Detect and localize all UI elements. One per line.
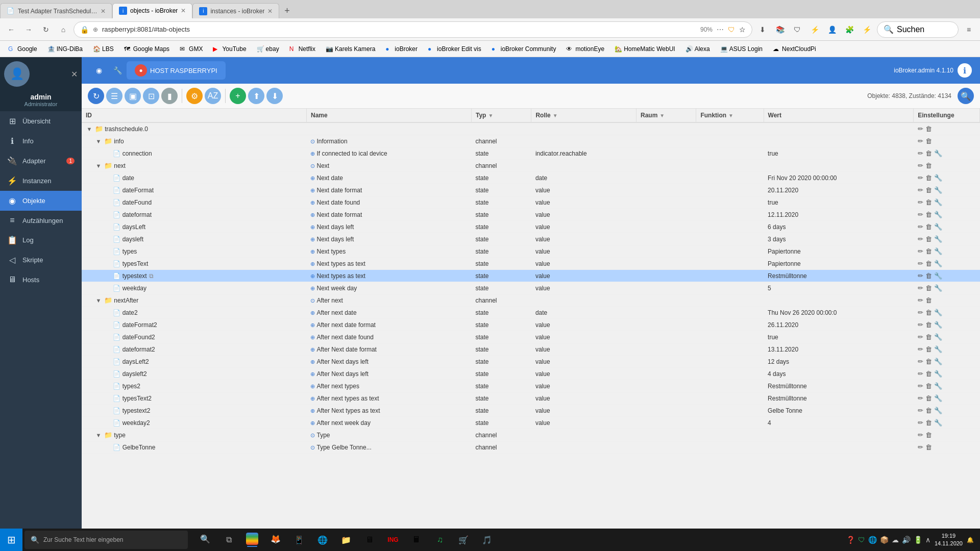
address-bar[interactable]: 🔒 ⊕ raspberrypi:8081/#tab-objects 90% ⋯ … <box>74 21 752 38</box>
tree-toggle[interactable]: ▼ <box>95 138 102 144</box>
settings-button[interactable]: 🔧 <box>934 284 942 292</box>
settings-button[interactable]: 🔧 <box>934 186 942 194</box>
rolle-filter-icon[interactable]: ▼ <box>553 113 558 118</box>
topbar-tool-icon[interactable]: 🔧 <box>108 61 127 80</box>
notification-icon[interactable]: 🔔 <box>967 537 974 543</box>
settings-button[interactable]: 🔧 <box>934 235 942 243</box>
host-button[interactable]: ● HOST RASPBERRYPI <box>127 61 226 80</box>
menu-button[interactable]: ≡ <box>962 22 976 37</box>
taskbar-edge[interactable]: 🌐 <box>311 529 334 551</box>
back-button[interactable]: ← <box>4 22 18 37</box>
sidebar-item-objekte[interactable]: ◉ Objekte <box>0 191 82 211</box>
tree-toggle[interactable]: ▼ <box>95 432 102 438</box>
taskbar-bank[interactable]: ING <box>382 529 404 551</box>
tab-1-close[interactable]: ✕ <box>101 8 106 15</box>
settings-button[interactable]: 🔧 <box>934 174 942 182</box>
settings-button[interactable]: 🔧 <box>934 223 942 231</box>
settings-button[interactable]: 🔧 <box>934 321 942 329</box>
edit-button[interactable]: ✏ <box>918 333 923 341</box>
table-row[interactable]: 📄 dateformat2⊕ After Next date formatsta… <box>82 343 980 356</box>
tab-2-close[interactable]: ✕ <box>181 7 186 14</box>
edit-button[interactable]: ✏ <box>918 284 923 292</box>
col-header-typ[interactable]: Typ ▼ <box>471 109 531 122</box>
settings-button[interactable]: 🔧 <box>934 247 942 255</box>
table-row[interactable]: 📄 dateFormat2⊕ After next date formatsta… <box>82 319 980 331</box>
profile-icon[interactable]: 👤 <box>825 22 839 37</box>
bookmark-ingdiba[interactable]: 🏦ING-DiBa <box>43 44 87 54</box>
settings-button[interactable]: 🔧 <box>934 345 942 353</box>
delete-button[interactable]: 🗑 <box>925 296 932 304</box>
delete-button[interactable]: 🗑 <box>925 370 932 378</box>
settings-button[interactable]: 🔧 <box>934 333 942 341</box>
search-box[interactable]: 🔍 Suchen <box>877 21 959 38</box>
edit-button[interactable]: ✏ <box>918 211 923 218</box>
table-row[interactable]: 📄 types2⊕ After next typesstatevalueRest… <box>82 380 980 392</box>
table-row[interactable]: 📄 dateformat⊕ Next date formatstatevalue… <box>82 209 980 221</box>
delete-button[interactable]: 🗑 <box>925 321 932 329</box>
bookmark-youtube[interactable]: ▶YouTube <box>209 44 250 54</box>
edit-button[interactable]: ✏ <box>918 431 923 439</box>
delete-button[interactable]: 🗑 <box>925 235 932 243</box>
edit-button[interactable]: ✏ <box>918 272 923 280</box>
toggle-expand-button[interactable]: ⊡ <box>143 88 159 104</box>
edit-button[interactable]: ✏ <box>918 358 923 365</box>
taskbar-calc[interactable]: 🖩 <box>405 529 428 551</box>
edit-button[interactable]: ✏ <box>918 443 923 451</box>
settings-button[interactable]: 🔧 <box>934 407 942 414</box>
taskbar-amazon[interactable]: 🛒 <box>452 529 475 551</box>
raum-filter-icon[interactable]: ▼ <box>659 113 665 118</box>
table-row[interactable]: 📄 GelbeTonne⊙ Type Gelbe Tonne...channel… <box>82 441 980 454</box>
bookmark-alexa[interactable]: 🔊Alexa <box>681 44 714 54</box>
delete-button[interactable]: 🗑 <box>925 137 932 145</box>
extensions-icon[interactable]: 🧩 <box>842 22 856 37</box>
toggle-state-button[interactable]: ▮ <box>161 88 178 104</box>
delete-button[interactable]: 🗑 <box>925 247 932 255</box>
tab-3-close[interactable]: ✕ <box>267 8 273 15</box>
table-row[interactable]: 📄 weekday2⊕ After next week daystatevalu… <box>82 417 980 429</box>
new-tab-button[interactable]: + <box>279 3 295 18</box>
home-button[interactable]: ⌂ <box>56 22 70 37</box>
filter-button[interactable]: ⚙ <box>186 88 203 104</box>
refresh-objects-button[interactable]: ↻ <box>88 88 104 104</box>
edit-button[interactable]: ✏ <box>918 370 923 378</box>
refresh-button[interactable]: ↻ <box>39 22 53 37</box>
export-button[interactable]: ⬇ <box>266 88 283 104</box>
power-icon[interactable]: ⚡ <box>860 22 874 37</box>
delete-button[interactable]: 🗑 <box>925 162 932 169</box>
delete-button[interactable]: 🗑 <box>925 223 932 231</box>
tray-volume-icon[interactable]: 🔊 <box>902 536 911 544</box>
bookmark-maps[interactable]: 🗺Google Maps <box>120 44 174 54</box>
delete-button[interactable]: 🗑 <box>925 284 932 292</box>
taskbar-chrome[interactable]: 🌐 <box>241 529 263 551</box>
delete-button[interactable]: 🗑 <box>925 260 932 267</box>
table-row[interactable]: 📄 daysleft⊕ Next days leftstatevalue3 da… <box>82 233 980 245</box>
sidebar-item-log[interactable]: 📋 Log <box>0 230 82 250</box>
delete-button[interactable]: 🗑 <box>925 394 932 402</box>
sidebar-item-instanzen[interactable]: ⚡ Instanzen <box>0 171 82 191</box>
tree-toggle[interactable]: ▼ <box>95 163 102 169</box>
col-header-funktion[interactable]: Funktion ▼ <box>696 109 764 122</box>
table-row[interactable]: 📄 dateFound⊕ Next date foundstatevaluetr… <box>82 196 980 209</box>
settings-button[interactable]: 🔧 <box>934 358 942 365</box>
tray-dropbox-icon[interactable]: 📦 <box>880 536 889 544</box>
tray-cloud-icon[interactable]: ☁ <box>892 536 899 544</box>
bookmark-iobroker-vis[interactable]: ●ioBroker Edit vis <box>424 44 485 54</box>
bookmark-google[interactable]: GGoogle <box>4 44 41 54</box>
delete-button[interactable]: 🗑 <box>925 174 932 182</box>
delete-button[interactable]: 🗑 <box>925 125 932 133</box>
edit-button[interactable]: ✏ <box>918 174 923 182</box>
settings-button[interactable]: 🔧 <box>934 198 942 206</box>
tree-toggle[interactable]: ▼ <box>95 297 102 304</box>
settings-button[interactable]: 🔧 <box>934 149 942 157</box>
delete-button[interactable]: 🗑 <box>925 333 932 341</box>
edit-button[interactable]: ✏ <box>918 198 923 206</box>
bookmark-nextcloud[interactable]: ☁NextCloudPi <box>769 44 820 54</box>
edit-button[interactable]: ✏ <box>918 382 923 390</box>
tray-network-icon[interactable]: 🌐 <box>868 536 877 544</box>
table-row[interactable]: ▼ 📁 info⊙ Informationchannel✏🗑 <box>82 135 980 147</box>
bookmarks-icon[interactable]: 📚 <box>773 22 787 37</box>
import-button[interactable]: ⬆ <box>248 88 264 104</box>
tray-question-icon[interactable]: ❓ <box>846 536 855 544</box>
topbar-nav-icon[interactable]: ◉ <box>90 61 108 80</box>
table-row[interactable]: 📄 typesText2⊕ After next types as textst… <box>82 392 980 405</box>
